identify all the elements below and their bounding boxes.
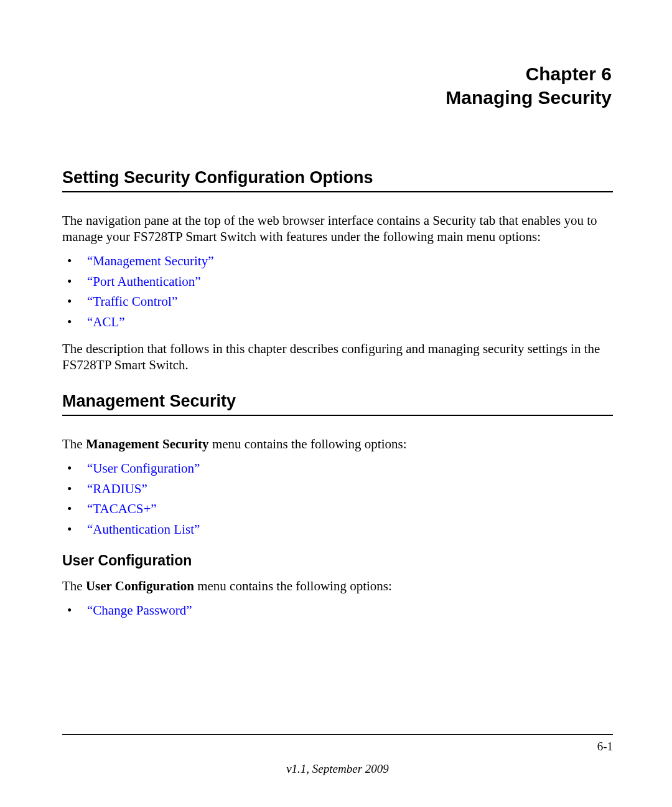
- text-suffix: menu contains the following options:: [209, 437, 407, 451]
- link-authentication-list[interactable]: “Authentication List”: [87, 522, 200, 537]
- section-heading-setting-security: Setting Security Configuration Options: [62, 168, 613, 192]
- list-item: “Change Password”: [67, 600, 613, 621]
- footer-version: v1.1, September 2009: [62, 762, 613, 776]
- list-item: “RADIUS”: [67, 479, 613, 499]
- text-prefix: The: [62, 578, 86, 593]
- link-change-password[interactable]: “Change Password”: [87, 603, 192, 618]
- section1-intro: The navigation pane at the top of the we…: [62, 212, 613, 245]
- footer-rule: [62, 734, 613, 735]
- link-user-configuration[interactable]: “User Configuration”: [87, 461, 200, 476]
- list-item: “Authentication List”: [67, 519, 613, 540]
- text-prefix: The: [62, 437, 86, 451]
- chapter-title: Managing Security: [62, 86, 612, 110]
- section2-intro: The Management Security menu contains th…: [62, 436, 613, 452]
- list-item: “User Configuration”: [67, 458, 613, 479]
- section3-intro: The User Configuration menu contains the…: [62, 578, 613, 594]
- section-heading-management-security: Management Security: [62, 392, 613, 416]
- list-item: “TACACS+”: [67, 499, 613, 519]
- list-item: “Traffic Control”: [67, 291, 613, 312]
- text-bold: Management Security: [86, 437, 209, 451]
- section1-outro: The description that follows in this cha…: [62, 341, 613, 373]
- section1-link-list: “Management Security” “Port Authenticati…: [62, 251, 613, 332]
- link-management-security[interactable]: “Management Security”: [87, 253, 214, 268]
- page-number: 6-1: [62, 740, 613, 753]
- text-bold: User Configuration: [86, 578, 194, 593]
- section3-link-list: “Change Password”: [62, 600, 613, 621]
- link-acl[interactable]: “ACL”: [87, 314, 125, 329]
- page-footer: 6-1 v1.1, September 2009: [62, 734, 613, 776]
- link-tacacs[interactable]: “TACACS+”: [87, 501, 157, 516]
- list-item: “ACL”: [67, 312, 613, 333]
- link-port-authentication[interactable]: “Port Authentication”: [87, 274, 201, 289]
- list-item: “Management Security”: [67, 251, 613, 271]
- link-radius[interactable]: “RADIUS”: [87, 481, 147, 496]
- link-traffic-control[interactable]: “Traffic Control”: [87, 294, 177, 309]
- chapter-number: Chapter 6: [62, 62, 612, 86]
- text-suffix: menu contains the following options:: [194, 578, 392, 593]
- subsection-heading-user-configuration: User Configuration: [62, 552, 613, 569]
- chapter-header: Chapter 6 Managing Security: [62, 62, 613, 109]
- list-item: “Port Authentication”: [67, 271, 613, 292]
- section2-link-list: “User Configuration” “RADIUS” “TACACS+” …: [62, 458, 613, 539]
